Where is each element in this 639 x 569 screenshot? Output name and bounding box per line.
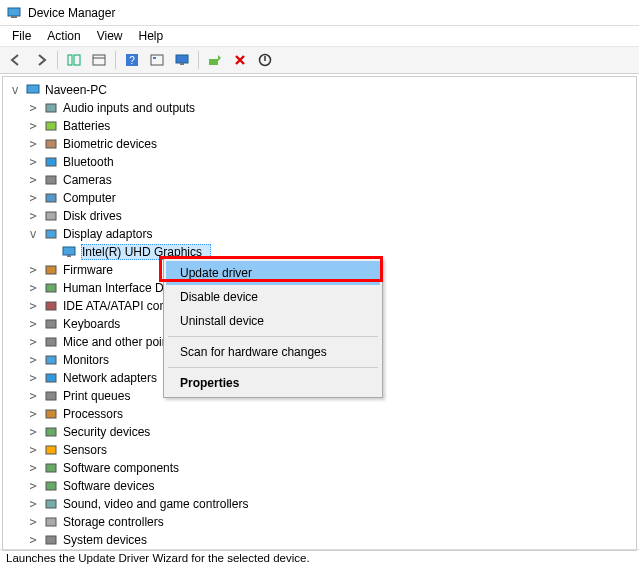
menu-help[interactable]: Help <box>131 27 172 45</box>
expand-toggle[interactable]: > <box>27 479 39 493</box>
expand-toggle[interactable]: > <box>27 263 39 277</box>
context-properties[interactable]: Properties <box>166 371 380 395</box>
menu-action[interactable]: Action <box>39 27 88 45</box>
category-icon <box>43 226 59 242</box>
category-label[interactable]: Display adaptors <box>63 227 160 241</box>
expand-toggle[interactable]: > <box>27 407 39 421</box>
svg-rect-32 <box>46 392 56 400</box>
menu-view[interactable]: View <box>89 27 131 45</box>
category-label[interactable]: Sensors <box>63 443 115 457</box>
category-label[interactable]: Storage controllers <box>63 515 172 529</box>
category-label[interactable]: Audio inputs and outputs <box>63 101 203 115</box>
svg-rect-17 <box>46 140 56 148</box>
expand-toggle[interactable]: > <box>27 299 39 313</box>
category-label[interactable]: Biometric devices <box>63 137 165 151</box>
category-label[interactable]: Firmware <box>63 263 121 277</box>
expand-toggle[interactable]: > <box>27 101 39 115</box>
context-uninstall-device[interactable]: Uninstall device <box>166 309 380 333</box>
refresh-button[interactable] <box>145 49 169 71</box>
svg-rect-3 <box>74 55 80 65</box>
category-label[interactable]: Batteries <box>63 119 118 133</box>
expand-toggle[interactable]: > <box>27 515 39 529</box>
window-title: Device Manager <box>28 6 115 20</box>
toolbar-separator <box>198 51 199 69</box>
svg-rect-33 <box>46 410 56 418</box>
category-icon <box>43 334 59 350</box>
category-icon <box>43 460 59 476</box>
expand-toggle[interactable]: > <box>27 371 39 385</box>
menu-bar: File Action View Help <box>0 26 639 46</box>
svg-rect-19 <box>46 176 56 184</box>
expand-toggle[interactable]: > <box>27 119 39 133</box>
svg-rect-4 <box>93 55 105 65</box>
title-bar: Device Manager <box>0 0 639 26</box>
category-label[interactable]: Computer <box>63 191 124 205</box>
category-icon <box>43 280 59 296</box>
svg-rect-8 <box>151 55 163 65</box>
context-disable-device[interactable]: Disable device <box>166 285 380 309</box>
svg-rect-40 <box>46 536 56 544</box>
svg-rect-28 <box>46 320 56 328</box>
monitor-button[interactable] <box>170 49 194 71</box>
expand-toggle <box>45 245 57 259</box>
disable-device-button[interactable] <box>228 49 252 71</box>
toolbar-separator <box>57 51 58 69</box>
all-devices-button[interactable] <box>87 49 111 71</box>
expand-toggle[interactable]: > <box>27 209 39 223</box>
svg-rect-11 <box>180 63 184 65</box>
category-label[interactable]: Software components <box>63 461 187 475</box>
svg-rect-25 <box>46 266 56 274</box>
category-label[interactable]: Cameras <box>63 173 120 187</box>
svg-rect-31 <box>46 374 56 382</box>
category-label[interactable]: Security devices <box>63 425 158 439</box>
app-icon <box>6 5 22 21</box>
category-label[interactable]: Bluetooth <box>63 155 122 169</box>
forward-button[interactable] <box>29 49 53 71</box>
category-label[interactable]: Processors <box>63 407 131 421</box>
category-label[interactable]: Software devices <box>63 479 162 493</box>
root-node-label[interactable]: Naveen-PC <box>45 83 115 97</box>
expand-toggle[interactable]: > <box>27 191 39 205</box>
expand-toggle[interactable]: > <box>27 317 39 331</box>
show-hide-console-button[interactable] <box>62 49 86 71</box>
expand-toggle[interactable]: > <box>27 281 39 295</box>
context-update-driver[interactable]: Update driver <box>166 261 380 285</box>
expand-toggle[interactable]: > <box>27 173 39 187</box>
expand-toggle[interactable]: > <box>27 461 39 475</box>
svg-rect-27 <box>46 302 56 310</box>
category-label[interactable]: Keyboards <box>63 317 128 331</box>
category-label[interactable]: Sound, video and game controllers <box>63 497 256 511</box>
category-label[interactable]: Monitors <box>63 353 117 367</box>
uninstall-device-button[interactable] <box>253 49 277 71</box>
update-driver-button[interactable] <box>203 49 227 71</box>
expand-toggle[interactable]: > <box>27 335 39 349</box>
category-icon <box>43 514 59 530</box>
expand-toggle[interactable]: > <box>27 389 39 403</box>
context-scan-hardware[interactable]: Scan for hardware changes <box>166 340 380 364</box>
svg-rect-38 <box>46 500 56 508</box>
category-icon <box>43 208 59 224</box>
category-label[interactable]: System devices <box>63 533 155 547</box>
expand-toggle[interactable]: > <box>27 155 39 169</box>
expand-toggle[interactable]: > <box>27 533 39 547</box>
category-icon <box>43 118 59 134</box>
svg-rect-35 <box>46 446 56 454</box>
expand-toggle[interactable]: > <box>27 443 39 457</box>
expand-toggle[interactable]: v <box>27 227 39 241</box>
context-separator <box>168 336 378 337</box>
category-label[interactable]: Network adapters <box>63 371 165 385</box>
svg-rect-22 <box>46 230 56 238</box>
svg-rect-34 <box>46 428 56 436</box>
category-label[interactable]: Print queues <box>63 389 138 403</box>
expand-toggle[interactable]: > <box>27 353 39 367</box>
help-button[interactable]: ? <box>120 49 144 71</box>
expand-toggle[interactable]: > <box>27 497 39 511</box>
category-icon <box>43 442 59 458</box>
expand-toggle[interactable]: > <box>27 137 39 151</box>
menu-file[interactable]: File <box>4 27 39 45</box>
category-label[interactable]: Disk drives <box>63 209 130 223</box>
expand-toggle[interactable]: v <box>9 83 21 97</box>
expand-toggle[interactable]: > <box>27 425 39 439</box>
svg-rect-10 <box>176 55 188 63</box>
back-button[interactable] <box>4 49 28 71</box>
